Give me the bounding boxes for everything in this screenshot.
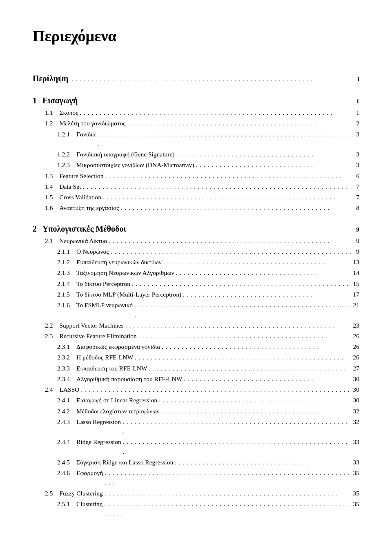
preamble-label: Περίληψη (33, 72, 68, 85)
entry-2-3-number: 2.3 (45, 331, 53, 341)
entry-2-4-1-title: Εισαγωγή σε Linear Regression (76, 395, 157, 405)
entry-2-1-5-dots: . . . . . . . . . . . . . . . . . . . . … (183, 290, 351, 299)
entry-2-4-2-dots: . . . . . . . . . . . . . . . . . . . . … (161, 406, 352, 416)
entry-2-3-3-title: Εκπαίδευση του RFE-LNW (76, 364, 147, 373)
entry-1-6-number: 1.6 (45, 203, 53, 212)
entry-1-5-dots: . . . . . . . . . . . . . . . . . . . . … (103, 192, 354, 202)
toc-entry-2-1-3: 2.1.3 Ταξινόμηση Νευρωνικών Αλγορίθμων .… (33, 268, 359, 277)
entry-2-3-1-number: 2.3.1 (57, 342, 70, 351)
entry-2-3-3-number: 2.3.3 (57, 364, 70, 373)
entry-1-2-2-title: Γονιδιακή υπογραφή (Gene Signature) (76, 150, 174, 159)
entry-2-2-title: Support Vector Machines (59, 321, 123, 330)
entry-2-4-2-title: Μέθοδοι ελαχίστων τετραγώνων (76, 406, 160, 416)
entry-2-3-2-title: Η μέθοδος RFE-LNW (76, 353, 133, 362)
chapter-1-number: 1 (33, 94, 41, 107)
entry-2-4-5-title: Σύγκριση Ridge και Lasso Regression (76, 457, 173, 467)
chapter-2-page: 9 (356, 225, 359, 234)
toc-entry-1-1: 1.1 Σκοπός . . . . . . . . . . . . . . .… (33, 108, 359, 117)
entry-2-1-2-dots: . . . . . . . . . . . . . . . . . . . . … (163, 257, 352, 267)
entry-1-1-title: Σκοπός (59, 108, 78, 117)
entry-2-4-4-number: 2.4.4 (57, 437, 70, 446)
chapter-1-page: 1 (356, 96, 359, 106)
entry-2-4-page: 30 (353, 385, 360, 394)
entry-2-3-dots: . . . . . . . . . . . . . . . . . . . . … (138, 331, 352, 341)
entry-1-3-title: Feature Selection (59, 171, 103, 181)
entry-2-4-2-number: 2.4.2 (57, 406, 70, 416)
entry-2-4-2-page: 32 (353, 406, 360, 416)
toc-entry-1-2-2: 1.2.2 Γονιδιακή υπογραφή (Gene Signature… (33, 150, 359, 159)
entry-2-3-2-dots: . . . . . . . . . . . . . . . . . . . . … (135, 353, 351, 362)
entry-2-3-3-page: 27 (353, 364, 360, 373)
entry-1-2-1-number: 1.2.1 (57, 129, 70, 139)
entry-1-2-2-dots: . . . . . . . . . . . . . . . . . . . . … (176, 150, 354, 159)
entry-2-4-1-number: 2.4.1 (57, 395, 70, 405)
entry-1-2-1-dots: . . . . . . . . . . . . . . . . . . . . … (97, 129, 354, 149)
entry-1-5-title: Cross Validation (59, 192, 101, 202)
toc-entry-2-4-2: 2.4.2 Μέθοδοι ελαχίστων τετραγώνων . . .… (33, 406, 359, 416)
entry-2-4-4-dots: . . . . . . . . . . . . . . . . . . . . … (123, 437, 352, 456)
chapter-1-title: Εισαγωγή (42, 94, 78, 107)
toc-entry-1-6: 1.6 Ανάπτυξη της εργασίας . . . . . . . … (33, 203, 359, 212)
toc-entry-2-4-1: 2.4.1 Εισαγωγή σε Linear Regression . . … (33, 395, 359, 405)
toc-entry-2-5: 2.5 Fuzzy Clustering . . . . . . . . . .… (33, 489, 359, 498)
entry-2-1-4-dots: . . . . . . . . . . . . . . . . . . . . … (132, 279, 352, 288)
toc-entry-2-3-1: 2.3.1 Διαφορικώς εκφρασμένα γονίδια . . … (33, 342, 359, 351)
entry-2-3-1-page: 26 (353, 342, 360, 351)
entry-2-2-number: 2.2 (45, 321, 53, 330)
toc-entry-1-2: 1.2 Μελέτη του γονιδιώματος . . . . . . … (33, 118, 359, 128)
entry-1-2-3-page: 3 (356, 160, 359, 170)
entry-2-1-3-dots: . . . . . . . . . . . . . . . . . . . . … (176, 268, 352, 277)
entry-2-3-2-page: 26 (353, 353, 360, 362)
entry-2-5-dots: . . . . . . . . . . . . . . . . . . . . … (105, 489, 352, 498)
entry-1-2-dots: . . . . . . . . . . . . . . . . . . . . … (127, 118, 354, 128)
entry-1-6-dots: . . . . . . . . . . . . . . . . . . . . … (121, 203, 355, 212)
toc-entry-1-5: 1.5 Cross Validation . . . . . . . . . .… (33, 192, 359, 202)
entry-2-4-3-number: 2.4.3 (57, 417, 70, 426)
entry-1-2-title: Μελέτη του γονιδιώματος (59, 118, 125, 128)
entry-2-3-4-number: 2.3.4 (57, 374, 70, 384)
entry-1-3-dots: . . . . . . . . . . . . . . . . . . . . … (105, 171, 354, 181)
entry-2-4-title: LASSO (59, 385, 79, 394)
entry-2-3-4-dots: . . . . . . . . . . . . . . . . . . . . … (184, 374, 351, 384)
entry-2-4-1-page: 30 (353, 395, 360, 405)
entry-2-5-title: Fuzzy Clustering (59, 489, 102, 498)
entry-1-2-3-number: 1.2.3 (57, 160, 70, 170)
toc-entry-1-3: 1.3 Feature Selection . . . . . . . . . … (33, 171, 359, 181)
entry-2-2-page: 23 (353, 321, 360, 330)
entry-2-3-4-title: Αλγοριθμική παρουσίαση του RFE-LNW (76, 374, 182, 384)
entry-2-1-2-title: Εκπαίδευση νευρωνικών δικτύων (76, 257, 162, 267)
entry-2-1-5-title: Το δίκτυο MLP (Multi-Layer Perceptron) (76, 290, 181, 299)
toc-entry-2-4-3: 2.4.3 Lasso Regression . . . . . . . . .… (33, 417, 359, 436)
toc-entry-2-1-4: 2.1.4 Το δίκτυο Perceptron . . . . . . .… (33, 279, 359, 288)
entry-2-1-1-title: Ο Νευρώνας (76, 247, 109, 256)
toc-entry-1-4: 1.4 Data Set . . . . . . . . . . . . . .… (33, 182, 359, 191)
entry-2-1-2-number: 2.1.2 (57, 257, 70, 267)
entry-2-3-1-title: Διαφορικώς εκφρασμένα γονίδια (76, 342, 160, 351)
entry-2-4-6-title: Εφαρμογή (76, 468, 103, 478)
entry-2-1-5-number: 2.1.5 (57, 290, 70, 299)
toc-entry-preamble: Περίληψη . . . . . . . . . . . . . . . .… (33, 72, 359, 85)
chapter-2: 2 Υπολογιστικές Μέθοδοι 9 2.1 Νευρωνικά … (33, 223, 359, 518)
chapter-1: 1 Εισαγωγή 1 1.1 Σκοπός . . . . . . . . … (33, 94, 359, 213)
entry-2-4-3-dots: . . . . . . . . . . . . . . . . . . . . … (122, 417, 352, 436)
entry-2-4-6-page: 35 (353, 468, 360, 478)
entry-2-4-4-title: Ridge Regression (76, 437, 121, 446)
entry-2-1-3-title: Ταξινόμηση Νευρωνικών Αλγορίθμων (76, 268, 174, 277)
entry-1-6-title: Ανάπτυξη της εργασίας (59, 203, 119, 212)
entry-2-4-dots: . . . . . . . . . . . . . . . . . . . . … (81, 385, 351, 394)
entry-2-1-1-dots: . . . . . . . . . . . . . . . . . . . . … (111, 247, 355, 256)
toc-entry-2-4-4: 2.4.4 Ridge Regression . . . . . . . . .… (33, 437, 359, 456)
entry-2-5-1-page: 35 (353, 499, 360, 509)
entry-2-5-1-title: Clustering (76, 499, 103, 509)
entry-1-3-number: 1.3 (45, 171, 53, 181)
entry-2-4-4-page: 33 (353, 437, 360, 446)
entry-2-4-6-dots: . . . . . . . . . . . . . . . . . . . . … (105, 468, 351, 487)
entry-2-3-title: Recursive Feature Elimination (59, 331, 136, 341)
entry-2-4-6-number: 2.4.6 (57, 468, 70, 478)
entry-2-4-number: 2.4 (45, 385, 53, 394)
entry-2-3-2-number: 2.3.2 (57, 353, 70, 362)
entry-2-1-4-number: 2.1.4 (57, 279, 70, 288)
toc-entry-1-2-1: 1.2.1 Γονίδια . . . . . . . . . . . . . … (33, 129, 359, 149)
entry-2-1-title: Νευρωνικά Δίκτυα (59, 236, 107, 245)
entry-1-2-2-number: 1.2.2 (57, 150, 70, 159)
